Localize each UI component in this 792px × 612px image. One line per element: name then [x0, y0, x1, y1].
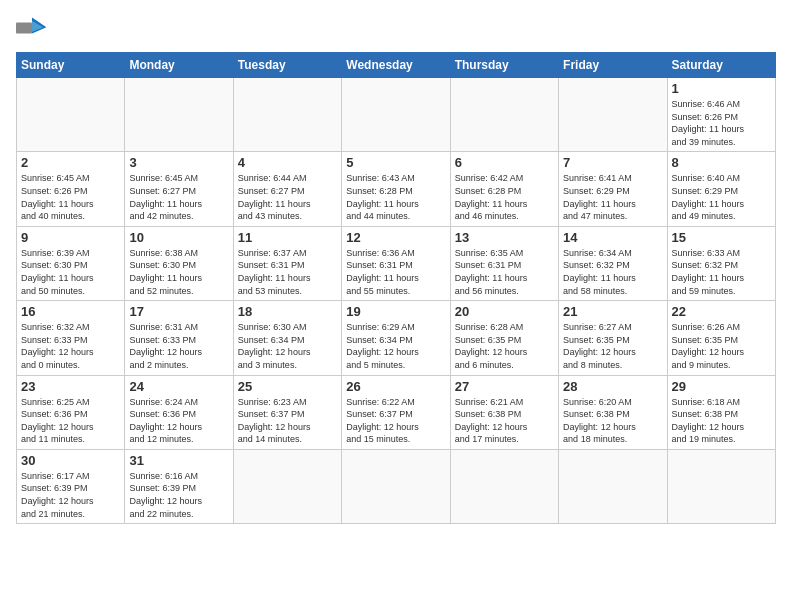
calendar-body: 1Sunrise: 6:46 AM Sunset: 6:26 PM Daylig…: [17, 78, 776, 524]
day-number: 23: [21, 379, 120, 394]
calendar-cell: [125, 78, 233, 152]
calendar-cell: [450, 78, 558, 152]
day-info: Sunrise: 6:36 AM Sunset: 6:31 PM Dayligh…: [346, 247, 445, 297]
day-info: Sunrise: 6:45 AM Sunset: 6:27 PM Dayligh…: [129, 172, 228, 222]
calendar-cell: 13Sunrise: 6:35 AM Sunset: 6:31 PM Dayli…: [450, 226, 558, 300]
day-number: 29: [672, 379, 771, 394]
calendar-cell: 15Sunrise: 6:33 AM Sunset: 6:32 PM Dayli…: [667, 226, 775, 300]
day-info: Sunrise: 6:46 AM Sunset: 6:26 PM Dayligh…: [672, 98, 771, 148]
day-number: 10: [129, 230, 228, 245]
day-info: Sunrise: 6:42 AM Sunset: 6:28 PM Dayligh…: [455, 172, 554, 222]
day-info: Sunrise: 6:31 AM Sunset: 6:33 PM Dayligh…: [129, 321, 228, 371]
calendar-cell: 10Sunrise: 6:38 AM Sunset: 6:30 PM Dayli…: [125, 226, 233, 300]
logo: [16, 16, 52, 40]
day-info: Sunrise: 6:28 AM Sunset: 6:35 PM Dayligh…: [455, 321, 554, 371]
day-number: 13: [455, 230, 554, 245]
day-number: 22: [672, 304, 771, 319]
day-number: 26: [346, 379, 445, 394]
header-row: SundayMondayTuesdayWednesdayThursdayFrid…: [17, 53, 776, 78]
calendar-cell: 17Sunrise: 6:31 AM Sunset: 6:33 PM Dayli…: [125, 301, 233, 375]
day-number: 14: [563, 230, 662, 245]
calendar-header: SundayMondayTuesdayWednesdayThursdayFrid…: [17, 53, 776, 78]
calendar-cell: 29Sunrise: 6:18 AM Sunset: 6:38 PM Dayli…: [667, 375, 775, 449]
calendar-cell: 4Sunrise: 6:44 AM Sunset: 6:27 PM Daylig…: [233, 152, 341, 226]
calendar-cell: 23Sunrise: 6:25 AM Sunset: 6:36 PM Dayli…: [17, 375, 125, 449]
header: [16, 16, 776, 40]
calendar-cell: [17, 78, 125, 152]
day-info: Sunrise: 6:17 AM Sunset: 6:39 PM Dayligh…: [21, 470, 120, 520]
calendar-cell: 16Sunrise: 6:32 AM Sunset: 6:33 PM Dayli…: [17, 301, 125, 375]
day-info: Sunrise: 6:39 AM Sunset: 6:30 PM Dayligh…: [21, 247, 120, 297]
calendar-cell: 14Sunrise: 6:34 AM Sunset: 6:32 PM Dayli…: [559, 226, 667, 300]
calendar-week-2: 2Sunrise: 6:45 AM Sunset: 6:26 PM Daylig…: [17, 152, 776, 226]
day-info: Sunrise: 6:21 AM Sunset: 6:38 PM Dayligh…: [455, 396, 554, 446]
day-header-friday: Friday: [559, 53, 667, 78]
day-number: 12: [346, 230, 445, 245]
day-info: Sunrise: 6:27 AM Sunset: 6:35 PM Dayligh…: [563, 321, 662, 371]
calendar-week-6: 30Sunrise: 6:17 AM Sunset: 6:39 PM Dayli…: [17, 449, 776, 523]
calendar-cell: 27Sunrise: 6:21 AM Sunset: 6:38 PM Dayli…: [450, 375, 558, 449]
day-info: Sunrise: 6:26 AM Sunset: 6:35 PM Dayligh…: [672, 321, 771, 371]
day-number: 18: [238, 304, 337, 319]
calendar-cell: 19Sunrise: 6:29 AM Sunset: 6:34 PM Dayli…: [342, 301, 450, 375]
day-info: Sunrise: 6:40 AM Sunset: 6:29 PM Dayligh…: [672, 172, 771, 222]
calendar-cell: 28Sunrise: 6:20 AM Sunset: 6:38 PM Dayli…: [559, 375, 667, 449]
day-info: Sunrise: 6:32 AM Sunset: 6:33 PM Dayligh…: [21, 321, 120, 371]
calendar-cell: 3Sunrise: 6:45 AM Sunset: 6:27 PM Daylig…: [125, 152, 233, 226]
day-header-saturday: Saturday: [667, 53, 775, 78]
calendar-cell: 9Sunrise: 6:39 AM Sunset: 6:30 PM Daylig…: [17, 226, 125, 300]
calendar-cell: 5Sunrise: 6:43 AM Sunset: 6:28 PM Daylig…: [342, 152, 450, 226]
day-number: 1: [672, 81, 771, 96]
day-number: 27: [455, 379, 554, 394]
day-number: 21: [563, 304, 662, 319]
day-info: Sunrise: 6:38 AM Sunset: 6:30 PM Dayligh…: [129, 247, 228, 297]
day-number: 5: [346, 155, 445, 170]
day-info: Sunrise: 6:25 AM Sunset: 6:36 PM Dayligh…: [21, 396, 120, 446]
day-info: Sunrise: 6:34 AM Sunset: 6:32 PM Dayligh…: [563, 247, 662, 297]
calendar-cell: 12Sunrise: 6:36 AM Sunset: 6:31 PM Dayli…: [342, 226, 450, 300]
day-info: Sunrise: 6:30 AM Sunset: 6:34 PM Dayligh…: [238, 321, 337, 371]
day-info: Sunrise: 6:24 AM Sunset: 6:36 PM Dayligh…: [129, 396, 228, 446]
day-header-tuesday: Tuesday: [233, 53, 341, 78]
day-header-wednesday: Wednesday: [342, 53, 450, 78]
calendar-cell: [342, 78, 450, 152]
day-info: Sunrise: 6:43 AM Sunset: 6:28 PM Dayligh…: [346, 172, 445, 222]
day-number: 28: [563, 379, 662, 394]
calendar-cell: 1Sunrise: 6:46 AM Sunset: 6:26 PM Daylig…: [667, 78, 775, 152]
calendar-cell: 30Sunrise: 6:17 AM Sunset: 6:39 PM Dayli…: [17, 449, 125, 523]
day-number: 31: [129, 453, 228, 468]
calendar-cell: [233, 78, 341, 152]
day-info: Sunrise: 6:18 AM Sunset: 6:38 PM Dayligh…: [672, 396, 771, 446]
svg-rect-0: [16, 22, 32, 33]
day-number: 6: [455, 155, 554, 170]
day-info: Sunrise: 6:37 AM Sunset: 6:31 PM Dayligh…: [238, 247, 337, 297]
day-info: Sunrise: 6:29 AM Sunset: 6:34 PM Dayligh…: [346, 321, 445, 371]
day-header-monday: Monday: [125, 53, 233, 78]
day-number: 30: [21, 453, 120, 468]
day-info: Sunrise: 6:23 AM Sunset: 6:37 PM Dayligh…: [238, 396, 337, 446]
day-info: Sunrise: 6:16 AM Sunset: 6:39 PM Dayligh…: [129, 470, 228, 520]
day-number: 20: [455, 304, 554, 319]
day-header-sunday: Sunday: [17, 53, 125, 78]
day-number: 11: [238, 230, 337, 245]
day-number: 2: [21, 155, 120, 170]
day-number: 17: [129, 304, 228, 319]
calendar-cell: 2Sunrise: 6:45 AM Sunset: 6:26 PM Daylig…: [17, 152, 125, 226]
calendar-cell: 31Sunrise: 6:16 AM Sunset: 6:39 PM Dayli…: [125, 449, 233, 523]
calendar-cell: 21Sunrise: 6:27 AM Sunset: 6:35 PM Dayli…: [559, 301, 667, 375]
calendar-cell: [342, 449, 450, 523]
day-number: 25: [238, 379, 337, 394]
calendar-cell: 25Sunrise: 6:23 AM Sunset: 6:37 PM Dayli…: [233, 375, 341, 449]
calendar-week-3: 9Sunrise: 6:39 AM Sunset: 6:30 PM Daylig…: [17, 226, 776, 300]
calendar-cell: [559, 78, 667, 152]
generalblue-logo-icon: [16, 16, 48, 40]
day-number: 4: [238, 155, 337, 170]
calendar-week-5: 23Sunrise: 6:25 AM Sunset: 6:36 PM Dayli…: [17, 375, 776, 449]
calendar-week-4: 16Sunrise: 6:32 AM Sunset: 6:33 PM Dayli…: [17, 301, 776, 375]
calendar-cell: [233, 449, 341, 523]
day-number: 24: [129, 379, 228, 394]
day-info: Sunrise: 6:45 AM Sunset: 6:26 PM Dayligh…: [21, 172, 120, 222]
day-number: 7: [563, 155, 662, 170]
day-header-thursday: Thursday: [450, 53, 558, 78]
day-info: Sunrise: 6:44 AM Sunset: 6:27 PM Dayligh…: [238, 172, 337, 222]
